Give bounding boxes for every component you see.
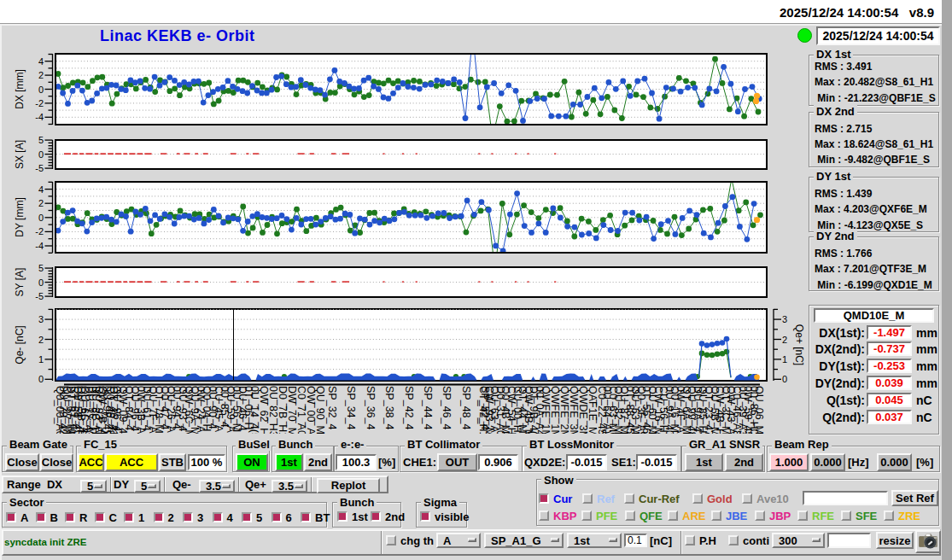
svg-text:SP_32_4: SP_32_4 xyxy=(326,386,338,429)
svg-text:0: 0 xyxy=(38,85,44,95)
svg-text:DY [mm]: DY [mm] xyxy=(14,197,26,236)
svg-text:2: 2 xyxy=(38,198,44,208)
svg-text:5: 5 xyxy=(38,263,44,273)
svg-text:1: 1 xyxy=(782,354,787,365)
svg-text:2: 2 xyxy=(38,70,44,80)
svg-text:QU_90_M(5: QU_90_M(5 xyxy=(314,386,326,444)
svg-text:0: 0 xyxy=(38,149,44,160)
svg-text:-2: -2 xyxy=(35,98,44,108)
svg-text:5: 5 xyxy=(38,135,44,145)
svg-text:-5: -5 xyxy=(35,163,44,173)
svg-text:0: 0 xyxy=(782,374,787,384)
svg-text:SP_42_4: SP_42_4 xyxy=(403,386,415,429)
svg-text:SP_44_4: SP_44_4 xyxy=(422,386,434,429)
svg-text:Qe+ [nC]: Qe+ [nC] xyxy=(793,324,805,365)
svg-text:-4: -4 xyxy=(35,112,44,122)
svg-text:SP_48_4: SP_48_4 xyxy=(460,386,472,429)
svg-text:0: 0 xyxy=(38,374,44,384)
svg-text:2: 2 xyxy=(38,335,44,345)
svg-text:4: 4 xyxy=(38,184,44,195)
svg-text:0: 0 xyxy=(38,213,44,223)
svg-text:SX [A]: SX [A] xyxy=(14,140,26,169)
svg-text:SP_36_4: SP_36_4 xyxy=(365,386,377,429)
svg-text:-2: -2 xyxy=(35,226,44,236)
svg-text:-4: -4 xyxy=(35,241,44,251)
svg-text:3: 3 xyxy=(782,314,787,324)
svg-text:SP_34_4: SP_34_4 xyxy=(345,386,357,429)
svg-text:SP_38_4: SP_38_4 xyxy=(383,386,395,429)
svg-text:0: 0 xyxy=(38,277,44,288)
svg-text:DX [mm]: DX [mm] xyxy=(14,69,26,109)
svg-text:3: 3 xyxy=(38,314,44,324)
svg-text:2: 2 xyxy=(782,335,787,345)
svg-text:4: 4 xyxy=(38,56,44,67)
svg-text:OU_06_M2: OU_06_M2 xyxy=(753,386,765,440)
svg-text:SY [A]: SY [A] xyxy=(14,268,26,297)
svg-text:SP_46_4: SP_46_4 xyxy=(441,386,453,429)
svg-text:Qe- [nC]: Qe- [nC] xyxy=(14,325,26,364)
svg-text:1: 1 xyxy=(38,354,44,365)
svg-text:-5: -5 xyxy=(35,291,44,301)
